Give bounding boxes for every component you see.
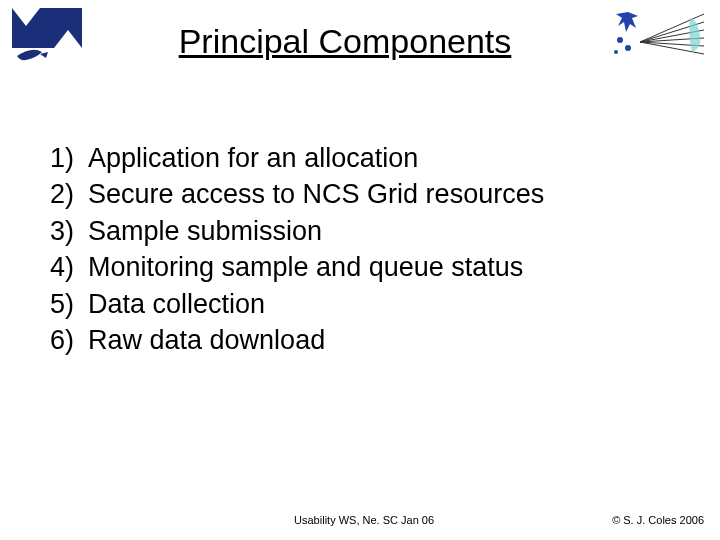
svg-marker-3	[40, 52, 48, 58]
list-marker: 2)	[40, 176, 88, 212]
list-item: 4) Monitoring sample and queue status	[40, 249, 680, 285]
footer-venue: Usability WS, Ne. SC Jan 06	[136, 514, 592, 526]
list-text: Secure access to NCS Grid resources	[88, 176, 680, 212]
svg-point-4	[617, 37, 623, 43]
list-item: 2) Secure access to NCS Grid resources	[40, 176, 680, 212]
slide-content: 1) Application for an allocation 2) Secu…	[0, 70, 720, 359]
logo-right-icon	[608, 8, 708, 60]
list-text: Data collection	[88, 286, 680, 322]
slide-title: Principal Components	[90, 8, 600, 61]
list-item: 6) Raw data download	[40, 322, 680, 358]
numbered-list: 1) Application for an allocation 2) Secu…	[40, 140, 680, 359]
list-item: 1) Application for an allocation	[40, 140, 680, 176]
list-text: Monitoring sample and queue status	[88, 249, 680, 285]
logo-left-icon	[12, 8, 82, 70]
list-marker: 4)	[40, 249, 88, 285]
svg-point-6	[614, 50, 618, 54]
list-item: 3) Sample submission	[40, 213, 680, 249]
list-item: 5) Data collection	[40, 286, 680, 322]
footer-copyright: © S. J. Coles 2006	[592, 514, 704, 526]
svg-point-5	[625, 45, 631, 51]
list-marker: 1)	[40, 140, 88, 176]
slide-footer: Usability WS, Ne. SC Jan 06 © S. J. Cole…	[0, 514, 720, 526]
list-marker: 5)	[40, 286, 88, 322]
list-text: Raw data download	[88, 322, 680, 358]
list-marker: 6)	[40, 322, 88, 358]
list-text: Application for an allocation	[88, 140, 680, 176]
list-text: Sample submission	[88, 213, 680, 249]
list-marker: 3)	[40, 213, 88, 249]
slide-header: Principal Components	[0, 0, 720, 70]
